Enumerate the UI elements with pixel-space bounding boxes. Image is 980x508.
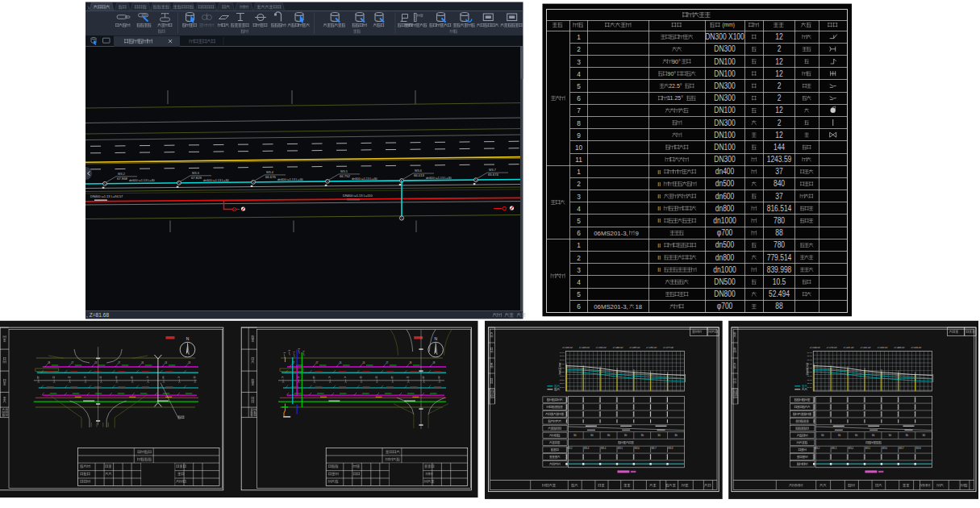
svg-text:2: 2 <box>577 253 581 262</box>
svg-text:W3-8: W3-8 <box>668 447 673 450</box>
svg-text:DN100: DN100 <box>714 57 735 66</box>
svg-text:11: 11 <box>575 155 582 164</box>
svg-text:90°: 90° <box>668 71 677 77</box>
svg-text:φ700: φ700 <box>717 229 733 238</box>
svg-text:72.00: 72.00 <box>560 382 565 385</box>
svg-text:76.00: 76.00 <box>807 352 812 354</box>
svg-text:DN500: DN500 <box>714 277 735 286</box>
svg-text:6: 6 <box>577 229 581 238</box>
svg-text:W3-2: W3-2 <box>567 447 573 450</box>
svg-text:52.494: 52.494 <box>769 290 790 299</box>
svg-text:J3: J3 <box>165 361 167 364</box>
svg-text:4: 4 <box>577 204 581 213</box>
svg-text:DN100: DN100 <box>714 143 735 152</box>
svg-text:90°: 90° <box>672 59 681 65</box>
svg-text:840: 840 <box>774 180 785 189</box>
svg-text:37: 37 <box>775 192 782 201</box>
svg-text:II: II <box>657 206 661 211</box>
svg-text:W3-4: W3-4 <box>266 171 273 174</box>
svg-text:0+070.00: 0+070.00 <box>826 346 837 349</box>
svg-text:W3-2: W3-2 <box>118 173 125 176</box>
svg-text:75.00: 75.00 <box>807 359 812 361</box>
svg-text:30: 30 <box>905 434 908 437</box>
svg-text:J8: J8 <box>432 361 435 364</box>
svg-text:J3: J3 <box>188 361 190 364</box>
svg-text:88: 88 <box>775 302 782 311</box>
svg-text:W3-6: W3-6 <box>415 169 422 173</box>
svg-text:N: N <box>186 336 190 341</box>
svg-text:W3-2: W3-2 <box>815 447 820 450</box>
svg-text:W3-4: W3-4 <box>601 447 607 450</box>
svg-text:II: II <box>657 218 661 223</box>
svg-text:W3-3: W3-3 <box>192 172 199 175</box>
svg-text:(mm): (mm) <box>723 22 735 28</box>
svg-text:0+021.00: 0+021.00 <box>843 346 854 349</box>
svg-text:DN300: DN300 <box>714 94 735 102</box>
svg-text:30: 30 <box>573 434 577 437</box>
svg-text:II: II <box>657 267 661 273</box>
svg-text:dn500: dn500 <box>715 241 735 250</box>
svg-text:71.50: 71.50 <box>560 386 565 389</box>
svg-text:6: 6 <box>577 94 581 102</box>
svg-text:30: 30 <box>821 434 824 437</box>
svg-text:780: 780 <box>774 216 785 225</box>
svg-text:5: 5 <box>577 81 581 90</box>
svg-text:W3-6: W3-6 <box>882 447 888 450</box>
svg-text:72.00: 72.00 <box>807 382 812 385</box>
svg-text:67.968: 67.968 <box>117 177 127 181</box>
svg-text:780: 780 <box>774 241 785 250</box>
svg-text:30: 30 <box>640 434 644 437</box>
svg-text:30: 30 <box>838 434 841 437</box>
svg-text:W3-3: W3-3 <box>584 447 590 450</box>
svg-text:DN300: DN300 <box>714 81 735 90</box>
svg-text:4: 4 <box>577 69 581 78</box>
svg-text:W3-8: W3-8 <box>916 447 922 450</box>
svg-text:W3-7: W3-7 <box>489 169 496 172</box>
svg-text:12: 12 <box>775 32 782 41</box>
svg-text:3: 3 <box>577 57 581 66</box>
svg-text:dn600 i=1.13 L=30: dn600 i=1.13 L=30 <box>129 179 155 182</box>
svg-text:10.5: 10.5 <box>773 277 786 286</box>
svg-text:W3-5: W3-5 <box>865 447 871 450</box>
svg-text:2: 2 <box>577 180 581 189</box>
svg-text:dn500: dn500 <box>715 180 735 189</box>
svg-text:72.50: 72.50 <box>560 379 565 381</box>
svg-text:dn1000: dn1000 <box>713 265 736 274</box>
svg-text:J4: J4 <box>339 361 341 364</box>
svg-text:dn600 i=1.13 L=30: dn600 i=1.13 L=30 <box>277 178 303 181</box>
svg-text:0+064.00: 0+064.00 <box>595 346 607 349</box>
svg-text:30: 30 <box>590 434 594 437</box>
svg-text:71.50: 71.50 <box>807 386 812 389</box>
svg-text:DN100: DN100 <box>714 69 735 78</box>
svg-text:8: 8 <box>577 119 581 127</box>
svg-text:dn400: dn400 <box>715 168 735 177</box>
svg-text:0+077.00: 0+077.00 <box>663 346 674 349</box>
svg-text:II: II <box>657 169 661 175</box>
svg-text:DN300: DN300 <box>714 155 735 164</box>
svg-text:dn600 i=1.13 L=30: dn600 i=1.13 L=30 <box>426 177 452 180</box>
svg-text:J4: J4 <box>362 361 365 364</box>
svg-text:φ700: φ700 <box>717 302 733 311</box>
svg-text:12: 12 <box>775 106 782 115</box>
svg-text:06MS201-3,: 06MS201-3, <box>594 303 628 310</box>
svg-text:dn600 i=1.13 L=30: dn600 i=1.13 L=30 <box>352 177 377 181</box>
svg-text:0+049.00: 0+049.00 <box>809 346 820 349</box>
svg-text:5: 5 <box>577 290 581 299</box>
svg-text:2: 2 <box>577 45 581 54</box>
svg-text:30: 30 <box>657 434 661 437</box>
svg-text:dn600 i=1.13 L=30: dn600 i=1.13 L=30 <box>203 179 229 182</box>
svg-text:76.00: 76.00 <box>560 352 565 354</box>
svg-text:9: 9 <box>636 230 639 237</box>
svg-text:DN100: DN100 <box>714 131 735 139</box>
svg-text:, Z=81.68: , Z=81.68 <box>86 312 109 318</box>
svg-text:DN300: DN300 <box>714 119 735 127</box>
svg-text:66.676: 66.676 <box>265 175 276 179</box>
svg-text:75.50: 75.50 <box>807 355 812 357</box>
svg-text:65.674: 65.674 <box>488 173 498 177</box>
svg-text:74.00: 74.00 <box>560 367 565 369</box>
svg-text:18: 18 <box>636 303 643 310</box>
svg-text:II: II <box>657 255 661 260</box>
svg-text:dn1000: dn1000 <box>713 216 736 225</box>
svg-text:dn800: dn800 <box>715 253 735 262</box>
svg-text:4: 4 <box>577 277 581 286</box>
